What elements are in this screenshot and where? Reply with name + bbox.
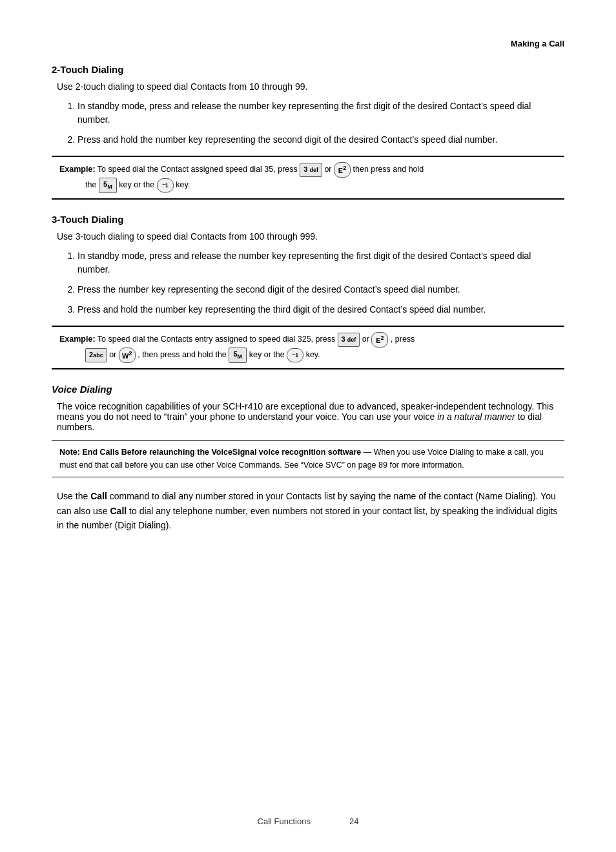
three-touch-or2: or bbox=[109, 351, 119, 360]
key-t1: ⁻1 bbox=[157, 178, 174, 192]
key-3def-2: 3 def bbox=[338, 333, 360, 347]
voice-body: Use the Call command to dial any number … bbox=[57, 489, 564, 532]
two-touch-step-2: Press and hold the number key representi… bbox=[77, 133, 564, 147]
page-footer: Call Functions 24 bbox=[0, 816, 616, 826]
three-touch-then: , press bbox=[391, 335, 415, 344]
section-two-touch: 2-Touch Dialing Use 2-touch dialing to s… bbox=[52, 64, 564, 200]
key-2abc: 2abc bbox=[85, 348, 107, 362]
three-touch-or1: or bbox=[362, 335, 372, 344]
key-w2: W2 bbox=[119, 348, 136, 363]
footer-page: 24 bbox=[349, 816, 358, 826]
section-three-touch-intro: Use 3-touch dialing to speed dial Contac… bbox=[57, 231, 564, 242]
key-e2: E2 bbox=[334, 162, 351, 178]
two-touch-example: Example: To speed dial the Contact assig… bbox=[52, 156, 564, 200]
section-three-touch: 3-Touch Dialing Use 3-touch dialing to s… bbox=[52, 214, 564, 370]
three-touch-example: Example: To speed dial the Contacts entr… bbox=[52, 326, 564, 370]
three-touch-key-or: key or the bbox=[249, 351, 287, 360]
three-touch-example-label: Example: bbox=[59, 335, 96, 344]
two-touch-or1: or bbox=[324, 165, 334, 174]
section-voice-dialing: Voice Dialing The voice recognition capa… bbox=[52, 384, 564, 532]
three-touch-end: key. bbox=[306, 351, 320, 360]
two-touch-steps: In standby mode, press and release the n… bbox=[77, 99, 564, 147]
three-touch-step-2: Press the number key representing the se… bbox=[77, 283, 564, 296]
page-header: Making a Call bbox=[52, 39, 564, 48]
section-three-touch-title: 3-Touch Dialing bbox=[52, 214, 564, 225]
header-title: Making a Call bbox=[511, 39, 564, 48]
page: Making a Call 2-Touch Dialing Use 2-touc… bbox=[0, 0, 616, 852]
key-5m: 5M bbox=[99, 178, 117, 193]
three-touch-example-text: To speed dial the Contacts entry assigne… bbox=[98, 335, 338, 344]
key-5m-2: 5M bbox=[229, 348, 247, 363]
section-two-touch-intro: Use 2-touch dialing to speed dial Contac… bbox=[57, 81, 564, 92]
voice-note-box: Note: End Calls Before relaunching the V… bbox=[52, 440, 564, 477]
section-voice-intro: The voice recognition capabilities of yo… bbox=[57, 401, 564, 432]
key-e2-2: E2 bbox=[371, 332, 388, 348]
footer-text: Call Functions bbox=[258, 816, 311, 826]
two-touch-the: the bbox=[85, 180, 99, 189]
key-3def: 3 def bbox=[300, 163, 322, 177]
key-t1-2: ⁻1 bbox=[287, 348, 303, 362]
two-touch-step-1: In standby mode, press and release the n… bbox=[77, 99, 564, 127]
two-touch-key-or: key or the bbox=[119, 180, 156, 189]
three-touch-steps: In standby mode, press and release the n… bbox=[77, 249, 564, 317]
two-touch-example-label: Example: bbox=[59, 165, 96, 174]
section-two-touch-title: 2-Touch Dialing bbox=[52, 64, 564, 75]
three-touch-step-1: In standby mode, press and release the n… bbox=[77, 249, 564, 276]
section-voice-title: Voice Dialing bbox=[52, 384, 564, 395]
two-touch-example-text: To speed dial the Contact assigned speed… bbox=[98, 165, 300, 174]
three-touch-step-3: Press and hold the number key representi… bbox=[77, 303, 564, 317]
note-label: Note: End Calls Before relaunching the V… bbox=[59, 448, 361, 457]
two-touch-end: key. bbox=[176, 180, 190, 189]
two-touch-then: then press and hold bbox=[353, 165, 424, 174]
three-touch-then2: , then press and hold the bbox=[138, 351, 229, 360]
